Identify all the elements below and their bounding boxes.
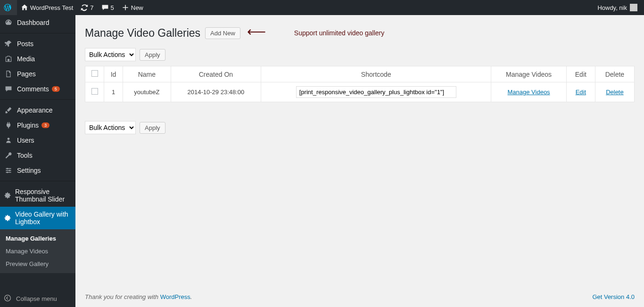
row-name: youtubeZ — [123, 82, 171, 102]
svg-point-2 — [7, 168, 8, 169]
submenu-manage-galleries[interactable]: Manage Galleries — [0, 232, 75, 245]
menu-separator — [0, 97, 75, 100]
shortcode-input[interactable] — [296, 86, 456, 98]
footer-text: Thank you for creating with — [85, 293, 160, 300]
col-name: Name — [123, 66, 171, 82]
svg-point-1 — [8, 137, 10, 140]
howdy-text: Howdy, nik — [597, 4, 627, 11]
menu-video-gallery-lightbox[interactable]: Video Gallery with Lightbox — [0, 207, 75, 229]
select-all-checkbox[interactable] — [91, 70, 98, 77]
table-header-row: Id Name Created On Shortcode Manage Vide… — [85, 66, 635, 82]
menu-settings[interactable]: Settings — [0, 163, 75, 178]
wp-logo[interactable] — [0, 0, 17, 15]
svg-point-5 — [5, 295, 11, 301]
wordpress-link[interactable]: WordPress — [160, 293, 190, 300]
brush-icon — [4, 106, 13, 114]
menu-media[interactable]: Media — [0, 51, 75, 66]
page-title: Manage Video Galleries — [85, 27, 200, 40]
svg-point-0 — [8, 59, 10, 61]
row-delete-cell: Delete — [595, 82, 634, 102]
admin-footer: Thank you for creating with WordPress. G… — [75, 287, 644, 307]
plus-icon — [122, 4, 129, 11]
annotation-text: Support unlimited video gallery — [294, 29, 384, 37]
page-icon — [4, 70, 13, 78]
menu-label: Video Gallery with Lightbox — [15, 210, 72, 226]
menu-label: Users — [17, 137, 34, 144]
admin-bar: WordPress Test 7 5 New Howdy, nik — [0, 0, 644, 15]
media-icon — [4, 55, 13, 63]
account-menu[interactable]: Howdy, nik — [594, 0, 641, 15]
collapse-icon — [4, 294, 13, 303]
row-checkbox[interactable] — [91, 88, 98, 95]
collapse-menu[interactable]: Collapse menu — [0, 291, 75, 307]
plug-icon — [4, 121, 13, 129]
wrench-icon — [4, 152, 13, 159]
menu-appearance[interactable]: Appearance — [0, 103, 75, 118]
bulk-actions-select-bottom[interactable]: Bulk Actions — [85, 121, 136, 134]
menu-dashboard[interactable]: Dashboard — [0, 15, 75, 30]
menu-responsive-thumbnail-slider[interactable]: Responsive Thumbnail Slider — [0, 184, 75, 207]
galleries-table: Id Name Created On Shortcode Manage Vide… — [85, 66, 635, 102]
menu-posts[interactable]: Posts — [0, 36, 75, 51]
new-content-link[interactable]: New — [118, 0, 147, 15]
comments-link[interactable]: 5 — [98, 0, 118, 15]
menu-label: Tools — [17, 152, 33, 159]
manage-videos-link[interactable]: Manage Videos — [508, 89, 550, 96]
menu-label: Posts — [17, 40, 33, 48]
row-shortcode-cell — [261, 82, 491, 102]
submenu-preview-gallery[interactable]: Preview Gallery — [0, 258, 75, 270]
select-all-header — [85, 66, 104, 82]
footer-period: . — [190, 293, 192, 300]
menu-label: Media — [17, 55, 35, 63]
row-edit-cell: Edit — [566, 82, 595, 102]
col-edit: Edit — [566, 66, 595, 82]
menu-label: Settings — [17, 167, 41, 174]
dashboard-icon — [4, 19, 13, 26]
menu-separator — [0, 179, 75, 181]
sliders-icon — [4, 167, 13, 174]
col-created: Created On — [171, 66, 261, 82]
row-id: 1 — [104, 82, 123, 102]
get-version-link[interactable]: Get Version 4.0 — [592, 293, 635, 300]
apply-button-bottom[interactable]: Apply — [140, 122, 165, 134]
bulk-actions-bottom: Bulk Actions Apply — [85, 121, 635, 134]
table-row: 1 youtubeZ 2014-10-29 23:48:00 Manage Vi… — [85, 82, 635, 102]
gear-icon — [4, 192, 11, 199]
row-manage-cell: Manage Videos — [491, 82, 567, 102]
home-icon — [21, 4, 28, 11]
menu-users[interactable]: Users — [0, 133, 75, 148]
delete-link[interactable]: Delete — [606, 89, 624, 96]
admin-bar-left: WordPress Test 7 5 New — [0, 0, 147, 15]
pin-icon — [4, 40, 13, 48]
site-name-link[interactable]: WordPress Test — [17, 0, 77, 15]
comments-count: 5 — [111, 4, 114, 11]
menu-comments[interactable]: Comments 5 — [0, 81, 75, 97]
gear-icon — [4, 214, 11, 222]
menu-label: Responsive Thumbnail Slider — [15, 188, 72, 203]
menu-label: Plugins — [17, 121, 39, 129]
menu-separator — [0, 31, 75, 33]
menu-label: Pages — [17, 70, 36, 78]
submenu-manage-videos[interactable]: Manage Videos — [0, 245, 75, 258]
menu-tools[interactable]: Tools — [0, 148, 75, 163]
edit-link[interactable]: Edit — [576, 89, 586, 96]
menu-plugins[interactable]: Plugins 3 — [0, 118, 75, 133]
admin-sidebar: Dashboard Posts Media Pages Comments 5 A… — [0, 15, 75, 307]
admin-bar-right: Howdy, nik — [594, 0, 641, 15]
menu-pages[interactable]: Pages — [0, 66, 75, 81]
apply-button[interactable]: Apply — [140, 49, 165, 61]
footer-version: Get Version 4.0 — [592, 293, 635, 300]
updates-link[interactable]: 7 — [77, 0, 97, 15]
menu-label: Dashboard — [17, 19, 50, 26]
bulk-actions-select[interactable]: Bulk Actions — [85, 48, 136, 61]
add-new-button[interactable]: Add New — [205, 27, 240, 39]
main-content: Manage Video Galleries Add New ⟵ Support… — [75, 15, 644, 307]
update-icon — [81, 4, 88, 11]
wordpress-icon — [4, 4, 11, 11]
row-select-cell — [85, 82, 104, 102]
col-id: Id — [104, 66, 123, 82]
comments-icon — [4, 85, 13, 93]
menu-label: Comments — [17, 85, 49, 93]
footer-thankyou: Thank you for creating with WordPress. — [85, 293, 192, 300]
menu-label: Appearance — [17, 106, 53, 114]
